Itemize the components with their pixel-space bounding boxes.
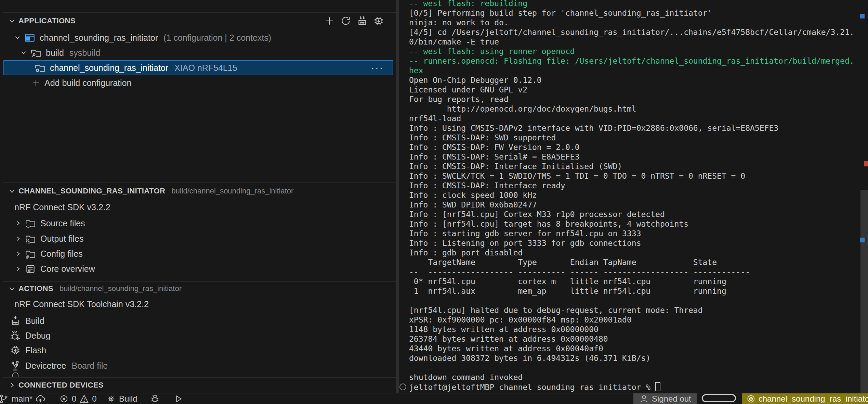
config-files-label: Config files: [40, 249, 83, 259]
chevron-right-icon: [14, 264, 23, 273]
refresh-applications-icon[interactable]: [340, 15, 352, 27]
error-icon: [59, 394, 69, 404]
statusbar-branch[interactable]: main*: [0, 393, 45, 404]
terminal-cursor: [655, 382, 660, 391]
terminal-panel[interactable]: -- west flash: rebuilding[0/5] Performin…: [399, 0, 868, 393]
devicetree-action-label: Devicetree: [25, 361, 66, 371]
action-item-devicetree[interactable]: Devicetree Board file: [10, 358, 108, 373]
plus-icon: [31, 78, 40, 87]
tree-item-add-build-configuration[interactable]: Add build configuration: [31, 75, 131, 90]
terminal-prompt-text: jeltoft@jeltoftMBP channel_sounding_ras_…: [409, 383, 655, 392]
config-files-folder-icon: #: [25, 248, 36, 260]
add-build-configuration-label: Add build configuration: [44, 78, 131, 88]
statusbar-signed-out[interactable]: Signed out: [633, 393, 697, 404]
project-section-header[interactable]: CHANNEL_SOUNDING_RAS_INITIATOR build/cha…: [0, 183, 404, 199]
flash-chip-icon[interactable]: [373, 15, 384, 27]
nrf-connect-logo-icon: [746, 394, 756, 404]
terminal-line: 1 nrf54l.aux mem_ap little nrf54l.cpu ru…: [409, 286, 726, 296]
statusbar-active-config[interactable]: channel_sounding_ras_initiator: [742, 393, 868, 404]
core-overview-label: Core overview: [40, 264, 95, 274]
statusbar-debug[interactable]: [150, 393, 160, 404]
git-branch-icon: [0, 394, 9, 404]
source-files-folder-icon: <>: [25, 217, 36, 229]
action-item-debug[interactable]: Debug: [10, 328, 51, 343]
tree-item-build-configuration-selected[interactable]: channel_sounding_ras_initiator XIAO nRF5…: [3, 60, 393, 75]
branch-name: main*: [12, 394, 32, 404]
panel-sash[interactable]: [396, 0, 399, 393]
sdk-version-label: nRF Connect SDK v3.2.2: [14, 202, 110, 212]
terminal-line: nrf54l-load: [409, 114, 461, 123]
command-decoration-icon[interactable]: [399, 383, 406, 390]
application-label: channel_sounding_ras_initiator: [40, 33, 158, 43]
terminal-line: [4/5] cd /Users/jeltoft/channel_sounding…: [409, 27, 854, 37]
build-folder-icon: [30, 47, 42, 59]
terminal-line: Open On-Chip Debugger 0.12.0: [409, 75, 542, 85]
devicetree-action-desc: Board file: [72, 361, 108, 371]
terminal-line: hex: [409, 66, 423, 75]
tree-item-config-files[interactable]: # Config files: [14, 246, 83, 261]
terminal-line: Info : CMSIS-DAP: Interface ready: [409, 181, 565, 190]
tree-item-build[interactable]: build sysbuild: [19, 45, 100, 60]
build-config-label: channel_sounding_ras_initiator: [50, 63, 168, 73]
source-files-label: Source files: [40, 218, 85, 228]
terminal-line: Info : clock speed 1000 kHz: [409, 190, 537, 200]
terminal-line: http://openocd.org/doc/doxygen/bugs.html: [409, 104, 636, 114]
chevron-right-icon: [14, 249, 23, 258]
application-window-icon: [24, 32, 36, 43]
statusbar-problems[interactable]: 0 0: [59, 393, 97, 404]
action-item-build[interactable]: Build: [10, 313, 44, 328]
terminal-line: TargetName Type Endian TapName State: [409, 257, 717, 267]
build-config-folder-icon: [34, 62, 46, 74]
terminal-line: ninja: no work to do.: [409, 18, 509, 27]
action-item-flash[interactable]: Flash: [10, 343, 46, 358]
terminal-line: Info : CMSIS-DAP: FW Version = 2.0.0: [409, 142, 580, 152]
cloud-upload-icon: [35, 394, 45, 404]
more-actions-icon[interactable]: ···: [371, 62, 384, 73]
project-section-desc: build/channel_sounding_ras_initiator: [171, 187, 293, 195]
build-task-label: Build: [119, 394, 137, 404]
sdk-version-item[interactable]: nRF Connect SDK v3.2.2: [14, 200, 110, 215]
terminal-line: 263784 bytes written at address 0x000004…: [409, 334, 608, 344]
build-config-board: XIAO nRF54L15: [174, 63, 237, 73]
toolchain-version-item[interactable]: nRF Connect SDK Toolchain v3.2.2: [14, 296, 149, 312]
terminal-line: Info : gdb port disabled: [409, 248, 523, 257]
play-icon: [173, 394, 183, 404]
terminal-line: 43440 bytes written at address 0x00040af…: [409, 344, 603, 353]
nrf-connect-sidebar: APPLICATIONS channel_sounding_ras_initia…: [0, 0, 396, 393]
terminal-line: 0/bin/cmake -E true: [409, 37, 499, 47]
overview-ruler-mark-blue: [860, 14, 865, 18]
terminal-scrollbar[interactable]: [860, 190, 868, 393]
tree-item-application[interactable]: channel_sounding_ras_initiator (1 config…: [13, 30, 271, 45]
error-count: 0: [72, 394, 76, 404]
statusbar-build-task[interactable]: Build: [106, 393, 137, 404]
install-to-board-icon[interactable]: [356, 15, 368, 27]
terminal-line: -- west flash: rebuilding: [409, 0, 527, 8]
terminal-line: Info : Using CMSIS-DAPv2 interface with …: [409, 123, 778, 133]
chevron-right-icon: [8, 381, 16, 390]
section-divider: [3, 12, 396, 13]
terminal-line: -- runners.openocd: Flashing file: /User…: [409, 56, 854, 66]
tree-item-output-files[interactable]: 01 10 Output files: [14, 231, 83, 246]
add-application-icon[interactable]: [324, 15, 335, 27]
actions-section-header[interactable]: ACTIONS build/channel_sounding_ras_initi…: [0, 281, 404, 296]
tree-item-source-files[interactable]: <> Source files: [14, 216, 85, 231]
status-bar: main* 0 0 Build Signed out: [0, 393, 868, 404]
tree-item-core-overview[interactable]: Core overview: [14, 261, 95, 276]
statusbar-pill-indicator: [702, 394, 736, 402]
terminal-line: Info : CMSIS-DAP: SWD supported: [409, 133, 556, 142]
project-section-title: CHANNEL_SOUNDING_RAS_INITIATOR: [18, 187, 165, 195]
accounts-icon: [639, 394, 649, 404]
chevron-right-icon: [14, 219, 23, 228]
statusbar-run[interactable]: [173, 393, 183, 404]
connected-devices-section-header[interactable]: CONNECTED DEVICES: [0, 378, 404, 392]
build-label: build: [46, 48, 64, 58]
core-overview-icon: [25, 263, 36, 275]
terminal-prompt-line: jeltoft@jeltoftMBP channel_sounding_ras_…: [409, 382, 660, 392]
terminal-line: downloaded 308372 bytes in 6.494312s (46…: [409, 353, 650, 363]
signed-out-label: Signed out: [652, 394, 691, 404]
partial-next-action-icon: [12, 373, 18, 377]
chevron-down-icon: [8, 284, 16, 293]
terminal-line: -- west flash: using runner openocd: [409, 47, 575, 56]
overview-ruler-mark-blue: [860, 238, 865, 242]
svg-text:<>: <>: [26, 224, 31, 229]
